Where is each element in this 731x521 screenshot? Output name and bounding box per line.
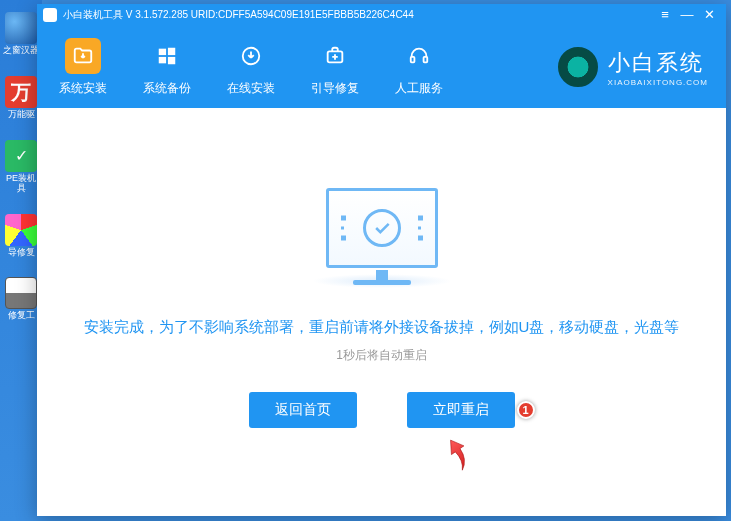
app-window: 小白装机工具 V 3.1.572.285 URID:CDFF5A594C09E1… (37, 4, 726, 516)
box-icon (5, 277, 37, 309)
svg-rect-2 (159, 56, 166, 62)
svg-rect-1 (168, 47, 175, 54)
window-title: 小白装机工具 V 3.1.572.285 URID:CDFF5A594C09E1… (63, 8, 414, 22)
wan-icon: 万 (5, 76, 37, 108)
nav-boot-repair[interactable]: 引导修复 (307, 38, 363, 97)
nav-system-install[interactable]: 系统安装 (55, 38, 111, 97)
brand-name: 小白系统 (608, 48, 708, 78)
svg-rect-7 (424, 56, 428, 61)
desktop-icon[interactable]: 之窗汉器 (3, 12, 39, 56)
nav-label: 人工服务 (395, 80, 443, 97)
minimize-button[interactable]: — (676, 4, 698, 26)
svg-rect-6 (411, 56, 415, 61)
desktop-icon-label: 万能驱 (3, 110, 39, 120)
annotation-badge: 1 (517, 401, 535, 419)
menu-button[interactable]: ≡ (654, 4, 676, 26)
brand: 小白系统 XIAOBAIXITONG.COM (558, 47, 708, 87)
globe-icon (5, 12, 37, 44)
desktop-icon-label: 导修复 (3, 248, 39, 258)
download-icon (233, 38, 269, 74)
nav-manual-service[interactable]: 人工服务 (391, 38, 447, 97)
folder-down-icon (65, 38, 101, 74)
success-illustration (326, 188, 438, 268)
desktop-icon-label: 之窗汉器 (3, 46, 39, 56)
annotation-arrow-icon (433, 427, 488, 483)
desktop-icon[interactable]: 修复工 (3, 277, 39, 321)
flower-icon (5, 214, 37, 246)
brand-logo-icon (558, 47, 598, 87)
check-circle-icon (363, 209, 401, 247)
content: 安装完成，为了不影响系统部署，重启前请将外接设备拔掉，例如U盘，移动硬盘，光盘等… (37, 108, 726, 516)
desktop-icon-label: 修复工 (3, 311, 39, 321)
close-button[interactable]: ✕ (698, 4, 720, 26)
desktop-icon[interactable]: PE装机具 (3, 140, 39, 194)
desktop-icon-label: PE装机具 (3, 174, 39, 194)
countdown-message: 1秒后将自动重启 (336, 347, 427, 364)
desktop-icon[interactable]: 万 万能驱 (3, 76, 39, 120)
svg-rect-0 (159, 48, 166, 54)
nav-system-backup[interactable]: 系统备份 (139, 38, 195, 97)
nav-label: 引导修复 (311, 80, 359, 97)
desktop-icons-strip: 之窗汉器 万 万能驱 PE装机具 导修复 修复工 (0, 0, 42, 521)
nav-online-install[interactable]: 在线安装 (223, 38, 279, 97)
nav: 系统安装 系统备份 在线安装 引导修复 (55, 38, 447, 97)
svg-rect-3 (168, 56, 175, 63)
header: 系统安装 系统备份 在线安装 引导修复 (37, 26, 726, 108)
completion-message: 安装完成，为了不影响系统部署，重启前请将外接设备拔掉，例如U盘，移动硬盘，光盘等 (84, 318, 680, 337)
desktop-icon[interactable]: 导修复 (3, 214, 39, 258)
headset-icon (401, 38, 437, 74)
medkit-icon (317, 38, 353, 74)
button-row: 返回首页 立即重启 1 (249, 392, 515, 428)
app-logo-icon (43, 8, 57, 22)
nav-label: 系统安装 (59, 80, 107, 97)
monitor-icon (326, 188, 438, 268)
back-home-button[interactable]: 返回首页 (249, 392, 357, 428)
titlebar: 小白装机工具 V 3.1.572.285 URID:CDFF5A594C09E1… (37, 4, 726, 26)
windows-icon (149, 38, 185, 74)
nav-label: 系统备份 (143, 80, 191, 97)
nav-label: 在线安装 (227, 80, 275, 97)
brand-url: XIAOBAIXITONG.COM (608, 78, 708, 87)
pe-icon (5, 140, 37, 172)
restart-now-button[interactable]: 立即重启 (407, 392, 515, 428)
